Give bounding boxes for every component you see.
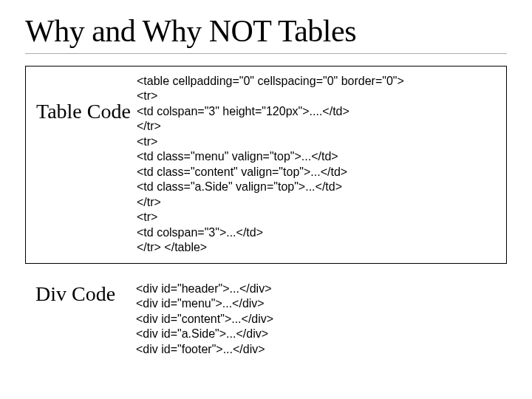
section-div-code: Div Code <div id="header">...</div> <div… [25, 277, 507, 357]
page-title: Why and Why NOT Tables [25, 13, 507, 54]
code-block-div: <div id="header">...</div> <div id="menu… [136, 282, 507, 357]
section-table-code: Table Code <table cellpadding="0" cellsp… [25, 66, 507, 264]
code-block-table: <table cellpadding="0" cellspacing="0" b… [137, 74, 497, 256]
section-label-div: Div Code [25, 282, 136, 306]
section-label-table: Table Code [26, 74, 137, 123]
